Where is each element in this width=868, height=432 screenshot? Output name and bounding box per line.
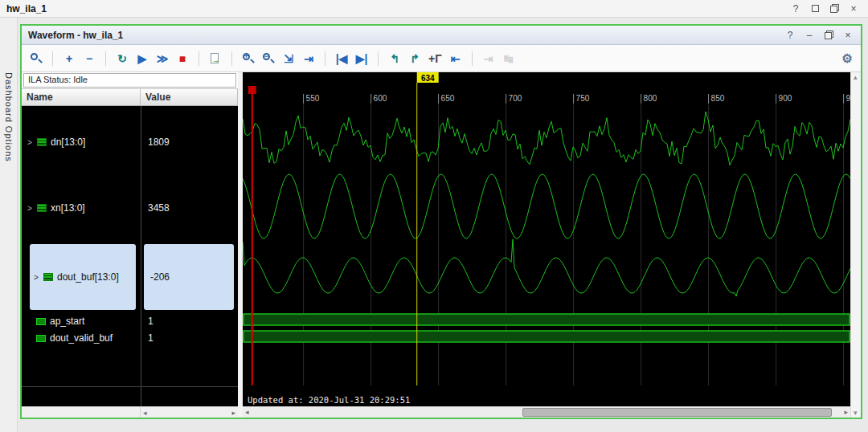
signal-row[interactable]: >dout_buf[13:0] — [30, 244, 136, 310]
signal-name: xn[13:0] — [51, 202, 85, 214]
signal-value[interactable]: 1809 — [141, 135, 238, 149]
signal-tree[interactable]: >dn[13:0]1809>xn[13:0]3458>dout_buf[13:0… — [22, 106, 238, 406]
ruler-label: 650 — [441, 94, 455, 103]
column-header-value[interactable]: Value — [141, 89, 238, 105]
expand-chevron-icon[interactable]: > — [33, 273, 39, 282]
close-icon[interactable]: × — [849, 3, 858, 14]
window-controls: ? × — [791, 3, 862, 14]
scroll-up-icon[interactable]: ▴ — [854, 73, 858, 81]
wave-dout-buf[interactable] — [243, 239, 850, 296]
signal-row[interactable]: >xn[13:0] — [27, 201, 85, 215]
maximize-glyph — [812, 5, 819, 12]
zoom-to-cursor-icon[interactable]: ⇥ — [302, 52, 315, 65]
toolbar-separator — [472, 51, 473, 66]
waveform-panel: Waveform - hw_ila_1 ? – × +−↻▶≫■→+−⇲⇥|◀▶… — [20, 24, 862, 419]
remove-probe-icon[interactable]: − — [83, 52, 96, 65]
signal-name: dout_valid_buf — [50, 332, 113, 344]
wave-scroll-thumb[interactable] — [522, 408, 833, 417]
column-divider[interactable] — [141, 106, 141, 406]
add-probe-icon[interactable]: + — [63, 52, 76, 65]
signal-list-pane: ILA Status: Idle Name Value >dn[13:0]180… — [22, 72, 238, 418]
ruler-label: 750 — [576, 94, 590, 103]
ruler-label: 550 — [306, 94, 320, 103]
panel-minimize-icon[interactable]: – — [805, 30, 814, 41]
goto-previous-icon[interactable]: |◀ — [335, 52, 348, 65]
panel-close-icon[interactable]: × — [843, 30, 853, 41]
signal-value[interactable]: -206 — [144, 244, 234, 310]
maximize-icon[interactable] — [810, 3, 820, 14]
toolbar-icons: +−↻▶≫■→+−⇲⇥|◀▶|↰↱+Γ⇤⇥↹ — [30, 51, 842, 66]
wave-area: 550600650700750800850900950634 Updated a… — [243, 72, 850, 418]
add-marker-icon[interactable]: +Γ — [428, 52, 442, 65]
window-titlebar[interactable]: hw_ila_1 ? × — [0, 0, 868, 18]
toolbar-separator — [199, 51, 199, 66]
panel-float-icon[interactable] — [824, 30, 833, 41]
tree-divider — [22, 386, 238, 387]
ruler-label: 700 — [509, 94, 522, 103]
signal-row[interactable]: >dn[13:0] — [27, 135, 85, 149]
ila-status: ILA Status: Idle — [23, 73, 236, 88]
zoom-out-icon[interactable]: − — [262, 52, 275, 65]
run-trigger-icon[interactable]: ▶ — [136, 52, 149, 65]
column-header-name[interactable]: Name — [22, 89, 141, 105]
expand-chevron-icon[interactable]: > — [27, 204, 33, 213]
toolbar-separator — [231, 51, 232, 66]
expand-chevron-icon[interactable]: > — [27, 138, 33, 147]
scroll-right-icon[interactable]: ▸ — [231, 409, 235, 417]
next-transition-icon[interactable]: ↱ — [408, 52, 421, 65]
panel-controls: ? – × — [785, 30, 854, 41]
signal-row[interactable]: ap_start — [36, 314, 84, 328]
dashboard-options-label: Dashboard Options — [4, 72, 14, 162]
signal-row[interactable]: dout_valid_buf — [36, 331, 113, 345]
toolbar-separator — [105, 51, 106, 66]
panel-float-glyph — [825, 31, 833, 39]
cursor-label: 634 — [421, 74, 435, 83]
panel-content: ILA Status: Idle Name Value >dn[13:0]180… — [22, 72, 861, 418]
wave-xn[interactable] — [243, 174, 850, 238]
panel-titlebar[interactable]: Waveform - hw_ila_1 ? – × — [22, 26, 861, 45]
waveform-toolbar: +−↻▶≫■→+−⇲⇥|◀▶|↰↱+Γ⇤⇥↹ ⚙ — [22, 45, 861, 72]
signal-value[interactable]: 1 — [141, 314, 238, 328]
scroll-left-icon[interactable]: ◂ — [143, 409, 147, 417]
settings-gear-icon[interactable]: ⚙ — [842, 51, 853, 66]
zoom-in-icon[interactable]: + — [242, 52, 255, 65]
bit-signal-icon — [36, 318, 46, 325]
previous-transition-icon[interactable]: ↰ — [388, 52, 401, 65]
signal-value[interactable]: 1 — [141, 331, 238, 345]
wave-dout-valid-buf[interactable] — [244, 331, 850, 342]
zoom-fit-icon[interactable]: ⇲ — [282, 52, 295, 65]
scroll-track[interactable]: ◂ ▸ — [141, 407, 238, 418]
signal-name: dn[13:0] — [51, 137, 85, 148]
signal-list-scrollbar[interactable]: ◂ ▸ — [22, 406, 238, 418]
wave-dn[interactable] — [243, 112, 850, 165]
stop-trigger-icon[interactable]: ■ — [176, 52, 189, 65]
signal-value[interactable]: 3458 — [141, 201, 238, 215]
wave-scroll-right-icon[interactable]: ▸ — [844, 408, 848, 416]
wave-scroll-left-icon[interactable]: ◂ — [245, 408, 249, 416]
scroll-down-icon[interactable]: ▾ — [854, 409, 858, 417]
dashboard-options-strip[interactable]: Dashboard Options — [0, 18, 18, 432]
panel-help-icon[interactable]: ? — [785, 30, 795, 41]
find-icon[interactable] — [30, 52, 43, 65]
ruler-label: 850 — [711, 94, 725, 103]
run-continuous-icon[interactable]: ≫ — [156, 52, 169, 65]
window-title: hw_ila_1 — [6, 3, 47, 14]
restore-icon[interactable] — [829, 3, 839, 14]
goto-next-icon[interactable]: ▶| — [355, 52, 368, 65]
wave-scrollbar[interactable]: ◂ ▸ — [243, 406, 850, 418]
signal-name: ap_start — [50, 316, 84, 327]
ruler-label: 600 — [374, 94, 387, 103]
trigger-marker-flag[interactable] — [248, 86, 256, 94]
panel-title: Waveform - hw_ila_1 — [28, 30, 123, 41]
bit-signal-icon — [36, 335, 46, 342]
wave-ap-start[interactable] — [244, 314, 850, 325]
waveform-canvas[interactable]: 550600650700750800850900950634 — [243, 72, 850, 406]
export-ila-data-icon[interactable]: → — [209, 52, 222, 65]
run-trigger-immediate-icon[interactable]: ↻ — [116, 52, 129, 65]
goto-previous-marker-icon[interactable]: ⇤ — [449, 52, 462, 65]
goto-next-marker-icon: ⇥ — [482, 52, 495, 65]
vertical-scrollbar[interactable]: ▴ ▾ — [850, 72, 861, 418]
help-icon[interactable]: ? — [791, 3, 800, 14]
restore-glyph — [830, 4, 839, 13]
toolbar-separator — [52, 51, 53, 66]
